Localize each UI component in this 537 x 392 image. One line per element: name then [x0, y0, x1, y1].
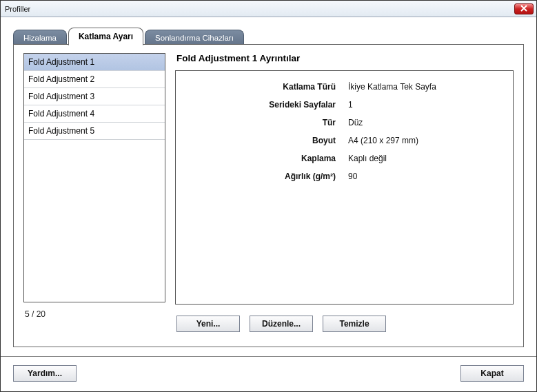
titlebar: Profiller — [1, 1, 536, 17]
tab-finishing-devices[interactable]: Sonlandırma Cihazları — [145, 30, 244, 45]
item-counter: 5 / 20 — [25, 309, 165, 319]
profile-list: Fold Adjustment 1 Fold Adjustment 2 Fold… — [23, 53, 165, 302]
detail-value: Düz — [348, 118, 363, 127]
content-area: Hizalama Katlama Ayarı Sonlandırma Cihaz… — [1, 17, 536, 356]
detail-label: Serideki Sayfalar — [190, 100, 348, 110]
edit-button[interactable]: Düzenle... — [250, 316, 313, 332]
close-button[interactable]: Kapat — [460, 365, 524, 382]
detail-row: Kaplama Kaplı değil — [190, 154, 499, 163]
window-title: Profiller — [5, 5, 30, 13]
tab-panel: Fold Adjustment 1 Fold Adjustment 2 Fold… — [13, 44, 524, 347]
detail-label: Boyut — [190, 136, 348, 145]
right-column: Fold Adjustment 1 Ayrıntılar Katlama Tür… — [175, 53, 514, 340]
window: Profiller Hizalama Katlama Ayarı Sonland… — [0, 0, 537, 392]
list-item[interactable]: Fold Adjustment 4 — [24, 105, 165, 123]
detail-label: Tür — [190, 118, 348, 127]
detail-row: Boyut A4 (210 x 297 mm) — [190, 136, 499, 145]
details-title: Fold Adjustment 1 Ayrıntılar — [176, 53, 514, 63]
detail-label: Kaplama — [190, 154, 348, 163]
detail-row: Katlama Türü İkiye Katlama Tek Sayfa — [190, 82, 499, 92]
detail-value: İkiye Katlama Tek Sayfa — [348, 82, 436, 92]
tab-alignment[interactable]: Hizalama — [13, 30, 67, 45]
details-box: Katlama Türü İkiye Katlama Tek Sayfa Ser… — [175, 70, 514, 305]
tab-fold-adjustment[interactable]: Katlama Ayarı — [68, 28, 143, 45]
left-column: Fold Adjustment 1 Fold Adjustment 2 Fold… — [23, 53, 165, 340]
detail-value: A4 (210 x 297 mm) — [348, 136, 418, 145]
list-item[interactable]: Fold Adjustment 5 — [24, 123, 165, 140]
detail-label: Ağırlık (g/m²) — [190, 172, 348, 181]
detail-row: Ağırlık (g/m²) 90 — [190, 172, 499, 181]
close-icon — [520, 5, 527, 13]
footer: Yardım... Kapat — [1, 356, 536, 391]
panel-layout: Fold Adjustment 1 Fold Adjustment 2 Fold… — [23, 53, 514, 340]
new-button[interactable]: Yeni... — [176, 316, 240, 332]
list-item[interactable]: Fold Adjustment 1 — [24, 54, 165, 71]
detail-value: 90 — [348, 172, 357, 181]
detail-row: Tür Düz — [190, 118, 499, 127]
tab-bar: Hizalama Katlama Ayarı Sonlandırma Cihaz… — [13, 27, 524, 45]
detail-label: Katlama Türü — [190, 82, 348, 92]
detail-row: Serideki Sayfalar 1 — [190, 100, 499, 110]
list-item[interactable]: Fold Adjustment 2 — [24, 71, 165, 88]
clear-button[interactable]: Temizle — [323, 316, 386, 332]
detail-value: 1 — [348, 100, 353, 110]
window-close-button[interactable] — [514, 3, 534, 14]
detail-value: Kaplı değil — [348, 154, 387, 163]
action-button-row: Yeni... Düzenle... Temizle — [176, 316, 514, 332]
list-item[interactable]: Fold Adjustment 3 — [24, 88, 165, 105]
help-button[interactable]: Yardım... — [13, 365, 77, 382]
